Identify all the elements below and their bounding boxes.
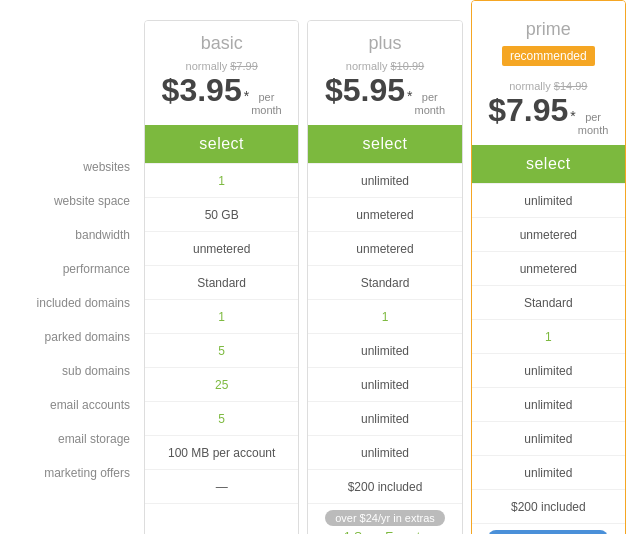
prime-marketing-offers: $200 included — [472, 489, 625, 523]
basic-price: $3.95 — [162, 72, 242, 109]
plus-website-space: unmetered — [308, 197, 461, 231]
prime-email-storage: unlimited — [472, 455, 625, 489]
plus-bandwidth: unmetered — [308, 231, 461, 265]
prime-per-month: permonth — [578, 111, 609, 137]
plus-header: plus normally $10.99 $5.95 * permonth — [308, 21, 461, 125]
prime-original-price: $14.99 — [554, 80, 588, 92]
basic-website-space: 50 GB — [145, 197, 298, 231]
prime-normally: normally $14.99 — [480, 80, 617, 92]
label-sub-domains: sub domains — [10, 354, 140, 388]
label-email-storage: email storage — [10, 422, 140, 456]
label-bandwidth: bandwidth — [10, 218, 140, 252]
basic-performance: Standard — [145, 265, 298, 299]
prime-price-row: $7.95 * permonth — [480, 92, 617, 137]
plan-plus: plus normally $10.99 $5.95 * permonth se… — [307, 20, 462, 534]
prime-price: $7.95 — [488, 92, 568, 129]
basic-marketing-offers: — — [145, 469, 298, 503]
prime-extras-badge-row: over $80/yr in extras 1 SpamExperts 1 Do… — [472, 523, 625, 534]
label-included-domains: included domains — [10, 286, 140, 320]
plus-sub-domains: unlimited — [308, 367, 461, 401]
prime-recommended-badge: recommended — [502, 46, 595, 66]
plus-email-accounts: unlimited — [308, 401, 461, 435]
prime-included-domains: 1 — [472, 319, 625, 353]
plus-spam-experts: 1 SpamExperts — [344, 530, 426, 534]
prime-select-top[interactable]: select — [472, 145, 625, 183]
plus-marketing-offers: $200 included — [308, 469, 461, 503]
plus-included-domains: 1 — [308, 299, 461, 333]
basic-plan-name: basic — [153, 33, 290, 54]
label-parked-domains: parked domains — [10, 320, 140, 354]
plus-websites: unlimited — [308, 163, 461, 197]
basic-per-month: permonth — [251, 91, 282, 117]
prime-header: normally $14.99 $7.95 * permonth — [472, 76, 625, 145]
label-website-space: website space — [10, 184, 140, 218]
plan-basic: basic normally $7.99 $3.95 * permonth se… — [144, 20, 299, 534]
label-websites: websites — [10, 150, 140, 184]
label-marketing-offers: marketing offers — [10, 456, 140, 490]
basic-original-price: $7.99 — [230, 60, 258, 72]
basic-email-storage: 100 MB per account — [145, 435, 298, 469]
plus-normally: normally $10.99 — [316, 60, 453, 72]
basic-bandwidth: unmetered — [145, 231, 298, 265]
label-performance: performance — [10, 252, 140, 286]
basic-websites: 1 — [145, 163, 298, 197]
basic-sub-domains: 25 — [145, 367, 298, 401]
plus-per-month: permonth — [414, 91, 445, 117]
basic-select-top[interactable]: select — [145, 125, 298, 163]
plus-select-top[interactable]: select — [308, 125, 461, 163]
plus-extras-badge-row: over $24/yr in extras 1 SpamExperts — [308, 503, 461, 534]
prime-plan-name: prime — [472, 11, 625, 40]
features-column: websites website space bandwidth perform… — [10, 20, 140, 490]
prime-websites: unlimited — [472, 183, 625, 217]
basic-header: basic normally $7.99 $3.95 * permonth — [145, 21, 298, 125]
prime-website-space: unmetered — [472, 217, 625, 251]
basic-extras-placeholder — [145, 503, 298, 534]
plus-price-row: $5.95 * permonth — [316, 72, 453, 117]
plus-performance: Standard — [308, 265, 461, 299]
plus-plan-name: plus — [316, 33, 453, 54]
basic-email-accounts: 5 — [145, 401, 298, 435]
prime-bandwidth: unmetered — [472, 251, 625, 285]
prime-parked-domains: unlimited — [472, 353, 625, 387]
pricing-container: websites website space bandwidth perform… — [10, 20, 630, 534]
prime-extras-badge: over $80/yr in extras — [488, 530, 608, 534]
basic-parked-domains: 5 — [145, 333, 298, 367]
prime-performance: Standard — [472, 285, 625, 319]
plan-prime: prime recommended normally $14.99 $7.95 … — [471, 0, 626, 534]
basic-normally: normally $7.99 — [153, 60, 290, 72]
basic-included-domains: 1 — [145, 299, 298, 333]
prime-sub-domains: unlimited — [472, 387, 625, 421]
basic-price-row: $3.95 * permonth — [153, 72, 290, 117]
plus-original-price: $10.99 — [390, 60, 424, 72]
plus-email-storage: unlimited — [308, 435, 461, 469]
label-email-accounts: email accounts — [10, 388, 140, 422]
plus-parked-domains: unlimited — [308, 333, 461, 367]
prime-header-top: prime recommended — [472, 1, 625, 72]
prime-email-accounts: unlimited — [472, 421, 625, 455]
plus-price: $5.95 — [325, 72, 405, 109]
plus-extras-badge: over $24/yr in extras — [325, 510, 445, 526]
